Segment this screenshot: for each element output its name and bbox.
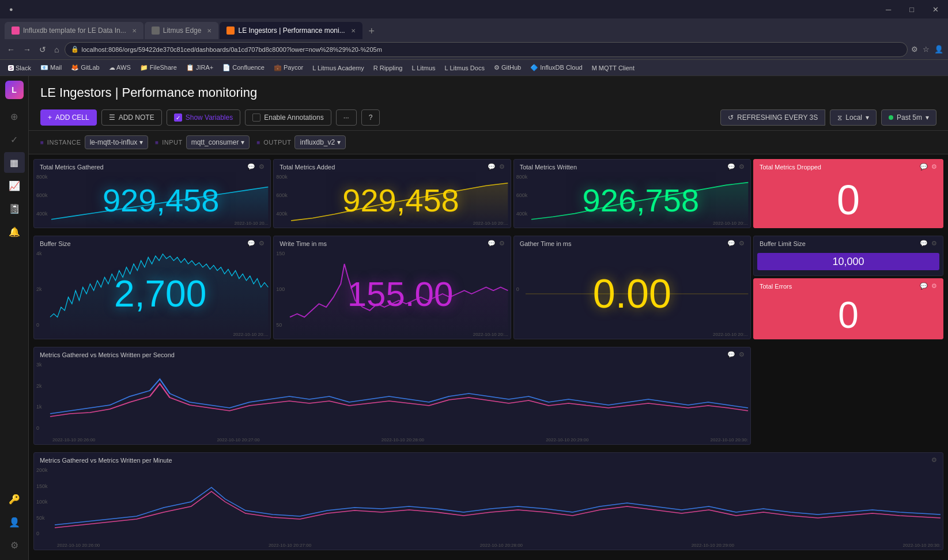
time-range-button[interactable]: Past 5m ▾	[881, 109, 936, 126]
enable-annotations-button[interactable]: Enable Annotations	[245, 109, 331, 126]
output-label: OUTPUT	[263, 139, 291, 146]
bookmark-mail[interactable]: 📧 Mail	[37, 63, 65, 73]
panel-comment-icon[interactable]: 💬	[920, 282, 928, 290]
bookmark-aws[interactable]: ☁ AWS	[105, 63, 134, 73]
panel-write-time: Write Time in ms 💬 ⚙ 150 100 50	[273, 236, 511, 339]
y-label: 4k	[36, 251, 42, 256]
bookmark-paycor[interactable]: 💼 Paycor	[270, 63, 307, 73]
bookmark-mqtt[interactable]: M MQTT Client	[588, 63, 638, 73]
add-cell-button[interactable]: + ADD CELL	[40, 109, 97, 126]
close-button[interactable]: ✕	[928, 3, 943, 16]
tab-2-close[interactable]: ✕	[207, 28, 211, 34]
panel-comment-icon[interactable]: 💬	[727, 163, 735, 171]
panel-comment-icon[interactable]: 💬	[488, 240, 496, 247]
sidebar-icon-help[interactable]: ⚙	[4, 535, 25, 555]
maximize-button[interactable]: □	[905, 3, 919, 16]
home-button[interactable]: ⌂	[52, 43, 61, 56]
panel-settings-icon[interactable]: ⚙	[259, 240, 265, 247]
bookmark-confluence[interactable]: 📄 Confluence	[219, 63, 268, 73]
panel-settings-icon[interactable]: ⚙	[739, 351, 745, 358]
bookmark-rippling[interactable]: R Rippling	[370, 63, 406, 73]
profile-icon[interactable]: 👤	[934, 45, 943, 54]
bookmark-icon[interactable]: ☆	[923, 45, 930, 54]
sidebar-icon-settings[interactable]: 👤	[4, 512, 25, 532]
local-button[interactable]: ⧖ Local ▾	[830, 109, 877, 126]
bookmark-fileshare[interactable]: 📁 FileShare	[137, 63, 180, 73]
panel-actions: 💬 ⚙	[920, 240, 937, 247]
panel-title: Total Metrics Gathered	[40, 164, 104, 171]
bookmark-slack[interactable]: S Slack	[5, 63, 35, 73]
x-label: 2022-10-10 20:28:00	[382, 437, 424, 442]
panel-comment-icon[interactable]: 💬	[247, 240, 255, 247]
back-button[interactable]: ←	[5, 43, 17, 56]
tab-3[interactable]: LE Ingestors | Performance moni... ✕	[220, 22, 362, 39]
svg-marker-2	[531, 183, 748, 226]
more-options-button[interactable]: ···	[336, 109, 357, 126]
bookmark-jira[interactable]: 📋 JIRA+	[183, 63, 217, 73]
sidebar-icon-home[interactable]: ⊕	[4, 106, 25, 127]
panel-comment-icon[interactable]: 💬	[727, 351, 735, 358]
help-button[interactable]: ?	[361, 109, 380, 126]
tab-1-label: Influxdb template for LE Data In...	[23, 27, 126, 35]
bookmark-litmus-docs[interactable]: L Litmus Docs	[441, 63, 488, 73]
show-variables-button[interactable]: ✓ Show Variables	[167, 109, 241, 126]
nav-icons: ⚙ ☆ 👤	[911, 45, 943, 54]
bookmark-influxdb-cloud[interactable]: 🔷 InfluxDB Cloud	[527, 63, 586, 73]
tab-2[interactable]: Litmus Edge ✕	[145, 22, 219, 39]
sidebar-icon-key[interactable]: 🔑	[4, 489, 25, 509]
extensions-icon[interactable]: ⚙	[911, 45, 918, 54]
sidebar-icon-dashboard[interactable]: ▦	[4, 152, 25, 173]
svg-marker-1	[291, 183, 508, 226]
sidebar-icon-chart[interactable]: 📈	[4, 175, 25, 196]
panel-actions: 💬 ⚙	[727, 240, 745, 247]
panel-settings-icon[interactable]: ⚙	[499, 240, 505, 247]
panel-comment-icon[interactable]: 💬	[247, 163, 255, 171]
bookmark-gitlab[interactable]: 🦊 GitLab	[67, 63, 103, 73]
y-label: 150k	[36, 483, 48, 489]
bookmark-litmus[interactable]: L Litmus	[408, 63, 439, 73]
new-tab-button[interactable]: +	[364, 23, 380, 39]
panel-settings-icon[interactable]: ⚙	[499, 163, 505, 171]
panel-comment-icon[interactable]: 💬	[920, 240, 928, 247]
input-select[interactable]: mqtt_consumer ▾	[186, 135, 250, 149]
y-label: 800k	[516, 174, 528, 180]
bookmark-github[interactable]: ⚙ GitHub	[490, 63, 524, 73]
sidebar-icon-alert[interactable]: 🔔	[4, 221, 25, 242]
x-label: 2022-10-10 20:27:00	[217, 437, 259, 442]
instance-select[interactable]: le-mqtt-to-influx ▾	[85, 135, 149, 149]
panel-settings-icon[interactable]: ⚙	[931, 240, 937, 247]
sidebar-icon-notebook[interactable]: 📓	[4, 198, 25, 219]
tab-1-close[interactable]: ✕	[132, 28, 137, 34]
panel-comment-icon[interactable]: 💬	[920, 163, 928, 171]
tab-3-close[interactable]: ✕	[351, 28, 356, 34]
chart-svg	[55, 467, 941, 536]
panel-right-col: Buffer Limit Size 💬 ⚙ 10,000 Total Error…	[753, 236, 943, 339]
sidebar-icon-tasks[interactable]: ✓	[4, 129, 25, 150]
panel-settings-icon[interactable]: ⚙	[739, 163, 745, 171]
forward-button[interactable]: →	[21, 43, 33, 56]
panel-actions: 💬 ⚙	[488, 240, 505, 247]
panel-settings-icon[interactable]: ⚙	[739, 240, 745, 247]
panel-comment-icon[interactable]: 💬	[727, 240, 735, 247]
instance-value: le-mqtt-to-influx	[90, 138, 138, 146]
panel-settings-icon[interactable]: ⚙	[931, 163, 937, 171]
app-logo[interactable]: L	[5, 81, 24, 99]
bookmark-litmus-academy[interactable]: L Litmus Academy	[309, 63, 367, 73]
add-note-button[interactable]: ☰ ADD NOTE	[101, 109, 162, 126]
panel-settings-icon[interactable]: ⚙	[931, 282, 937, 290]
y-label: 400k	[276, 211, 288, 217]
panel-settings-icon[interactable]: ⚙	[259, 163, 265, 171]
reload-button[interactable]: ↺	[37, 43, 48, 56]
panel-metrics-per-second: Metrics Gathered vs Metrics Written per …	[33, 347, 751, 445]
minimize-button[interactable]: ─	[881, 3, 896, 16]
panel-actions: 💬 ⚙	[727, 351, 745, 358]
output-select[interactable]: influxdb_v2 ▾	[294, 135, 346, 149]
panel-header: Buffer Limit Size 💬 ⚙	[754, 236, 943, 251]
panel-comment-icon[interactable]: 💬	[488, 163, 496, 171]
tab-1[interactable]: Influxdb template for LE Data In... ✕	[5, 22, 143, 39]
instance-var-group: ≡ INSTANCE le-mqtt-to-influx ▾	[40, 135, 148, 149]
stat-value: 10,000	[832, 256, 864, 268]
refresh-button[interactable]: ↺ REFRESHING EVERY 3S	[720, 109, 825, 126]
address-bar[interactable]: 🔒 localhost:8086/orgs/59422de370c81ced/d…	[65, 42, 908, 57]
panel-settings-icon[interactable]: ⚙	[931, 456, 937, 464]
